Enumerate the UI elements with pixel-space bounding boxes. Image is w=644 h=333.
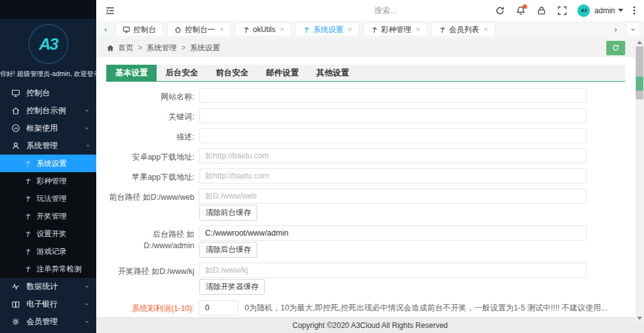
ios-app-label: 苹果app下载地址: [106,168,194,183]
system-profit-label: 系统彩利润(1-10): [106,300,194,314]
sidebar-item-framework[interactable]: ok 框架使用 › [0,119,96,137]
scroll-down-icon[interactable] [637,317,642,320]
sidebar-subitem-draw-management[interactable]: 开奖管理 [0,207,96,225]
sidebar-item-label: 控制台示例 [26,106,66,116]
sidebar-item-data-statistics[interactable]: 数据统计 › [0,278,96,295]
header-actions [495,6,567,16]
tab-basic-settings[interactable]: 基本设置 [106,65,157,81]
description-input[interactable] [199,128,587,143]
sidebar-item-label: 会员管理 [26,317,58,327]
clear-lottery-cache-button[interactable]: 清除开奖器缓存 [199,279,265,295]
front-path-input[interactable] [199,188,587,204]
tab-dashboard[interactable]: 控制台 [116,23,163,36]
close-icon[interactable]: × [484,26,488,33]
settings-form: 网站名称: 关键词: 描述: 安卓app下载地址: 苹果app下载地址: [106,88,625,317]
palm-icon [24,248,31,255]
tab-system-settings[interactable]: 系统设置 × [296,23,359,36]
lock-icon[interactable] [536,6,547,16]
breadcrumb-separator: > [181,43,186,52]
sidebar-item-label: 控制台 [26,88,50,99]
palm-icon [24,230,31,237]
tab-other-settings[interactable]: 其他设置 [308,65,358,81]
sidebar-item-system-management[interactable]: 系统管理 › [0,137,96,155]
chevron-down-icon: › [629,28,638,31]
ok-circle-icon: ok [11,124,20,133]
clear-front-cache-button[interactable]: 清除前台缓存 [199,205,257,221]
tab-frontend-security[interactable]: 前台安全 [207,65,257,81]
clear-admin-cache-button[interactable]: 清除后台缓存 [199,242,257,258]
site-name-input[interactable] [199,88,587,103]
breadcrumb-current-page: 系统设置 [190,43,220,53]
ios-app-input[interactable] [199,168,587,183]
breadcrumb-home[interactable]: 首页 [118,43,133,53]
tab-lottery-types[interactable]: 彩种管理 × [364,23,427,36]
monitor-icon [11,89,20,97]
tabs-scroll-left-icon[interactable]: ‹ [100,25,111,34]
sidebar-submenu: 系统设置 彩种管理 玩法管理 [0,155,96,278]
sidebar-subitem-system-settings[interactable]: 系统设置 [0,155,96,172]
collapse-sidebar-icon[interactable] [105,6,115,16]
book-icon [11,300,20,308]
sidebar-subitem-game-records[interactable]: 游戏记录 [0,243,96,260]
page-content: 基本设置 后台安全 前台安全 邮件设置 其他设置 网站名称: 关键词: 描述: [96,57,644,317]
sidebar-item-console-demo[interactable]: 控制台示例 › [0,102,96,119]
refresh-icon[interactable] [495,6,505,16]
tab-mail-settings[interactable]: 邮件设置 [257,65,308,81]
tab-backend-security[interactable]: 后台安全 [157,65,207,81]
tab-console-one[interactable]: 控制台一 × [167,23,231,36]
sidebar-subitem-play-management[interactable]: 玩法管理 [0,190,96,207]
notification-bell-icon[interactable] [516,6,526,16]
window-tabbar: ‹ 控制台 控制台一 × okUtils × [96,21,644,38]
sidebar-subitem-label: 设置开奖 [36,229,67,239]
close-icon[interactable]: × [219,26,224,33]
tab-label: 彩种管理 [381,25,411,35]
sidebar-subitem-label: 彩种管理 [36,176,67,187]
sidebar-subitem-set-draw[interactable]: 设置开奖 [0,225,96,243]
close-icon[interactable]: × [280,26,284,33]
sidebar-subitem-label: 玩法管理 [36,194,67,204]
sidebar-item-ebank[interactable]: 电子银行 › [0,295,96,313]
close-icon[interactable]: × [416,26,420,33]
username: admin [594,6,615,15]
lottery-path-label: 开奖路径 如D:/www/kj [106,263,194,277]
site-name-label: 网站名称: [106,88,194,102]
search-input[interactable] [374,6,456,15]
palm-icon [438,26,446,33]
lottery-path-input[interactable] [199,263,587,278]
android-app-label: 安卓app下载地址: [106,148,194,163]
user-icon [11,141,20,150]
settings-tabs: 基本设置 后台安全 前台安全 邮件设置 其他设置 [106,65,625,82]
sidebar-item-dashboard[interactable]: 控制台 [0,84,96,102]
user-menu[interactable]: A3 admin [577,4,623,17]
tabs-dropdown-button[interactable]: › [626,23,640,36]
system-profit-input[interactable] [199,300,238,315]
top-header: A3 admin [96,0,644,21]
sidebar-item-member-management[interactable]: 会员管理 › [0,313,96,330]
scroll-up-icon[interactable] [637,41,642,44]
more-options-icon[interactable] [633,6,635,14]
admin-path-input[interactable] [199,226,587,241]
sidebar-top-band [0,0,96,19]
sidebar-item-label: 数据统计 [26,281,58,292]
sidebar-item-label: 系统管理 [26,141,58,151]
fullscreen-icon[interactable] [557,6,567,16]
chevron-up-icon: › [84,145,91,147]
main-area: A3 admin ‹ 控制台 控制台一 × [96,0,644,333]
tab-label: 系统设置 [313,25,343,35]
android-app-input[interactable] [199,148,587,163]
chevron-down-icon: › [84,303,91,305]
page-refresh-button[interactable] [606,41,625,55]
tab-okutils[interactable]: okUtils × [235,23,291,36]
vertical-scrollbar[interactable] [635,38,644,322]
breadcrumb-system-management[interactable]: 系统管理 [147,43,177,53]
sidebar-subitem-bet-anomaly-check[interactable]: 注单异常检测 [0,260,96,278]
caret-down-icon [618,9,623,12]
close-icon[interactable]: × [348,26,352,33]
keywords-input[interactable] [199,108,587,123]
sidebar-subitem-lottery-types[interactable]: 彩种管理 [0,172,96,190]
tabs-scroll-right-icon[interactable]: › [610,25,621,34]
tab-member-list[interactable]: 会员列表 × [431,23,495,36]
avatar: A3 [577,4,590,17]
home-icon [11,106,20,115]
scrollbar-thumb[interactable] [636,46,643,99]
